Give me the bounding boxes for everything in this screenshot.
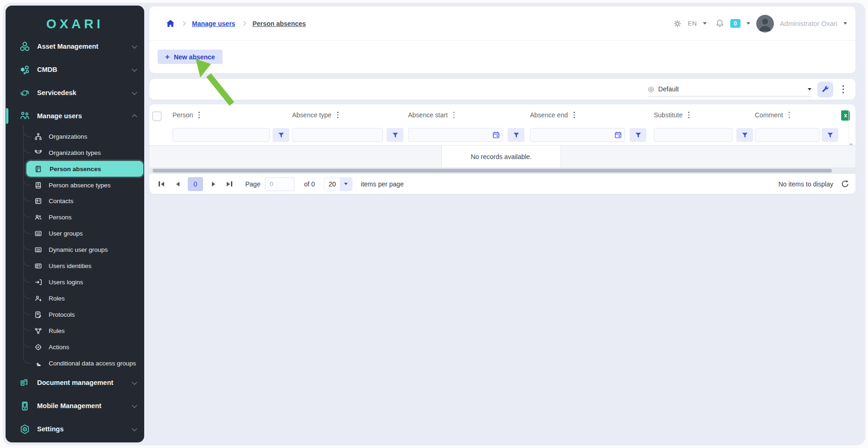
absence-type-filter-input[interactable] xyxy=(292,128,383,142)
next-page-button[interactable] xyxy=(207,177,219,191)
chevron-up-icon xyxy=(132,114,137,119)
sidebar-item-cmdb[interactable]: CMDB xyxy=(6,60,144,79)
absence-start-date-input[interactable] xyxy=(408,128,503,142)
column-header-substitute[interactable]: Substitute xyxy=(654,104,690,126)
last-page-button[interactable] xyxy=(223,177,236,191)
column-menu-icon[interactable] xyxy=(336,111,339,119)
notification-badge[interactable]: 0 xyxy=(730,19,740,28)
home-icon[interactable] xyxy=(166,19,175,28)
sidebar-item-label: Protocols xyxy=(49,311,75,318)
sidebar-item-user-groups[interactable]: User groups xyxy=(6,225,144,241)
current-page-button[interactable]: 0 xyxy=(188,177,203,191)
breadcrumb-link-manage-users[interactable]: Manage users xyxy=(192,20,235,27)
select-all-checkbox[interactable] xyxy=(152,111,162,121)
sidebar-item-document-management[interactable]: Document management xyxy=(6,373,144,392)
sidebar-item-settings[interactable]: Settings xyxy=(6,420,144,438)
tree-branch xyxy=(23,273,31,282)
mobile-management-icon xyxy=(19,401,30,411)
substitute-filter-input[interactable] xyxy=(654,128,733,142)
column-label: Absence type xyxy=(292,111,332,119)
column-header-absence-start[interactable]: Absence start xyxy=(408,104,455,126)
grid-settings-button[interactable] xyxy=(817,82,833,97)
sidebar-item-users-identities[interactable]: Users identities xyxy=(6,258,144,274)
language-selector[interactable]: EN xyxy=(688,20,697,27)
sidebar-item-servicedesk[interactable]: Servicedesk xyxy=(6,83,144,102)
wrench-icon xyxy=(821,85,830,94)
calendar-icon[interactable] xyxy=(614,131,622,139)
document-management-icon xyxy=(19,378,30,388)
horizontal-scrollbar-thumb[interactable] xyxy=(153,169,832,173)
sidebar-item-contacts[interactable]: Contacts xyxy=(6,193,144,209)
sidebar-item-organizations[interactable]: Organizations xyxy=(6,128,144,144)
substitute-filter-button[interactable] xyxy=(736,128,753,142)
sidebar-item-label: Organization types xyxy=(49,149,101,156)
absence-end-date-input[interactable] xyxy=(530,128,625,142)
tree-branch xyxy=(23,192,31,201)
first-page-button[interactable] xyxy=(155,177,167,191)
absence-type-filter-button[interactable] xyxy=(387,128,403,142)
sidebar-item-person-absences[interactable]: Person absences xyxy=(26,161,143,177)
sidebar-item-person-absence-types[interactable]: Person absence types xyxy=(6,177,144,193)
sidebar-item-rules[interactable]: Rules xyxy=(6,323,144,339)
column-menu-icon[interactable] xyxy=(198,111,201,119)
page-number-input[interactable] xyxy=(265,177,294,191)
sidebar-item-persons[interactable]: Persons xyxy=(6,209,144,225)
bell-icon[interactable] xyxy=(715,19,724,28)
organization-types-icon xyxy=(34,149,42,157)
sidebar-item-actions[interactable]: Actions xyxy=(6,339,144,355)
sidebar-item-dynamic-user-groups[interactable]: Dynamic user groups xyxy=(6,242,144,257)
avatar[interactable] xyxy=(756,15,774,32)
sidebar-item-mobile-management[interactable]: Mobile Management xyxy=(6,397,144,415)
calendar-icon[interactable] xyxy=(492,131,500,139)
view-selector-dropdown[interactable]: Default xyxy=(648,82,811,96)
sidebar-item-label: Servicedesk xyxy=(37,89,77,96)
column-menu-icon[interactable] xyxy=(687,111,690,119)
new-absence-button[interactable]: New absence xyxy=(158,50,223,64)
person-filter-input[interactable] xyxy=(172,128,270,142)
previous-page-button[interactable] xyxy=(172,177,184,191)
page-count-label: of 0 xyxy=(304,180,315,188)
sidebar-item-asset-management[interactable]: Asset Management xyxy=(6,37,144,56)
column-menu-icon[interactable] xyxy=(788,111,791,119)
page-size-select[interactable]: 20 xyxy=(324,177,352,191)
sidebar-item-label: Conditional data access groups xyxy=(49,360,136,367)
sidebar-item-conditional-data-access-groups[interactable]: Conditional data access groups xyxy=(6,355,144,371)
sidebar-item-organization-types[interactable]: Organization types xyxy=(6,145,144,160)
sidebar-item-label: User groups xyxy=(49,230,83,237)
person-filter-button[interactable] xyxy=(273,128,289,142)
column-header-person[interactable]: Person xyxy=(172,104,201,126)
user-groups-icon xyxy=(34,230,42,237)
column-header-absence-end[interactable]: Absence end xyxy=(530,104,576,126)
rules-icon xyxy=(34,327,42,335)
contacts-icon xyxy=(34,197,42,205)
breadcrumb-separator-icon xyxy=(242,21,246,26)
sidebar-item-roles[interactable]: Roles xyxy=(6,290,144,306)
absence-start-filter-button[interactable] xyxy=(508,128,524,142)
chevron-down-icon[interactable] xyxy=(747,22,750,25)
absence-end-filter-button[interactable] xyxy=(630,128,646,142)
refresh-icon[interactable] xyxy=(841,179,849,188)
chevron-down-icon[interactable] xyxy=(843,22,847,25)
chevron-down-icon[interactable] xyxy=(703,22,707,25)
column-header-absence-type[interactable]: Absence type xyxy=(292,104,339,126)
column-menu-icon[interactable] xyxy=(453,111,456,119)
sidebar-item-manage-users[interactable]: Manage users xyxy=(6,107,144,125)
tree-branch xyxy=(23,127,31,137)
chevron-down-icon xyxy=(132,379,137,384)
page-size-value: 20 xyxy=(325,178,340,191)
sidebar-item-users-logins[interactable]: Users logins xyxy=(6,274,144,290)
sidebar-item-protocols[interactable]: Protocols xyxy=(6,307,144,322)
gear-icon[interactable] xyxy=(673,19,682,28)
sidebar-item-label: Users logins xyxy=(49,279,83,286)
column-label: Absence end xyxy=(530,111,568,119)
sidebar-item-label: Settings xyxy=(37,425,64,433)
sidebar-item-label: Actions xyxy=(49,344,69,351)
column-header-comment[interactable]: Comment xyxy=(755,104,791,126)
comment-filter-button[interactable] xyxy=(822,128,838,142)
kebab-menu-icon[interactable] xyxy=(839,85,848,94)
no-records-message: No records available. xyxy=(441,145,561,168)
app-window: OXARI Asset Management CMDB Servicedesk … xyxy=(0,0,868,448)
column-menu-icon[interactable] xyxy=(573,111,576,119)
comment-filter-input[interactable] xyxy=(755,128,820,142)
breadcrumb-current-person-absences[interactable]: Person absences xyxy=(252,20,306,27)
